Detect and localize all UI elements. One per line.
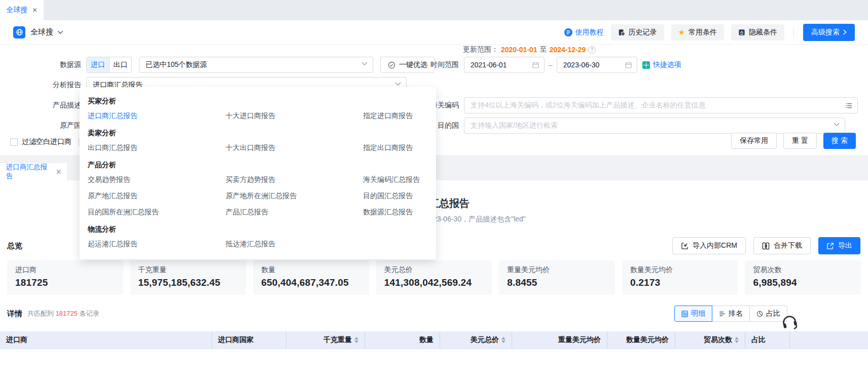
start-date-input[interactable]: 2021-06-01 bbox=[464, 57, 545, 73]
report-menu-item[interactable]: 抵达港汇总报告 bbox=[226, 240, 363, 249]
import-crm-button[interactable]: 导入内部CRM bbox=[672, 237, 746, 254]
table-column-header: 数量 bbox=[365, 331, 440, 349]
stat-card: 贸易次数6,985,894 bbox=[745, 260, 861, 295]
stat-card: 数量美元均价0.2173 bbox=[622, 260, 738, 295]
stat-label: 数量美元均价 bbox=[630, 265, 730, 275]
page-title: 全球搜 bbox=[30, 27, 53, 37]
overview-stat-cards: 进口商181725千克重量15,975,185,632.45数量650,404,… bbox=[7, 260, 861, 295]
tab-close-icon[interactable]: ✕ bbox=[32, 7, 37, 13]
overview-heading: 总览 bbox=[7, 241, 22, 251]
report-type-label: 分析报告 bbox=[45, 81, 81, 90]
pie-icon bbox=[756, 311, 763, 317]
export-toggle[interactable]: 出口 bbox=[109, 57, 131, 72]
advanced-search-button[interactable]: 高级搜索 bbox=[803, 24, 855, 41]
export-button[interactable]: 导出 bbox=[818, 237, 860, 254]
favorite-conditions-button[interactable]: ★ 常用条件 bbox=[671, 24, 724, 41]
results-table-header: 进口商进口商国家千克重量数量美元总价重量美元均价数量美元均价贸易次数占比 bbox=[0, 331, 868, 349]
help-icon[interactable]: ? bbox=[588, 46, 596, 54]
stat-label: 进口商 bbox=[15, 265, 115, 275]
report-menu-item[interactable]: 原产地所在洲汇总报告 bbox=[226, 192, 363, 201]
stat-label: 千克重量 bbox=[138, 265, 238, 275]
tutorial-link[interactable]: 使用教程 bbox=[564, 28, 604, 37]
report-menu-item[interactable]: 原产地汇总报告 bbox=[88, 192, 226, 201]
table-column-header: 占比 bbox=[745, 331, 790, 349]
result-tab-importer-summary[interactable]: 进口商汇总报告 bbox=[0, 163, 67, 180]
merge-download-button[interactable]: 合并下载 bbox=[753, 237, 811, 254]
table-column-header[interactable]: 美元总价 bbox=[440, 331, 512, 349]
sort-icon[interactable] bbox=[735, 337, 739, 343]
hide-conditions-button[interactable]: 隐藏条件 bbox=[731, 24, 784, 41]
tab-label: 全球搜 bbox=[6, 6, 27, 15]
stat-value: 181725 bbox=[15, 277, 115, 288]
sort-icon[interactable] bbox=[501, 337, 505, 343]
history-button[interactable]: 历史记录 bbox=[611, 24, 664, 41]
stat-card: 美元总价141,308,042,569.24 bbox=[376, 260, 492, 295]
view-ranking-button[interactable]: 排名 bbox=[712, 306, 750, 322]
star-icon: ★ bbox=[678, 28, 685, 36]
report-group-title: 产品分析 bbox=[80, 156, 436, 172]
report-menu-item[interactable]: 十大出口商报告 bbox=[226, 143, 363, 153]
quick-options-link[interactable]: 快捷选项 bbox=[642, 60, 681, 69]
report-menu-item[interactable]: 目的国所在洲汇总报告 bbox=[88, 208, 226, 217]
export-icon bbox=[826, 242, 834, 250]
stat-card: 重量美元均价8.8455 bbox=[499, 260, 615, 295]
details-heading: 详情 bbox=[7, 309, 22, 319]
report-menu-item[interactable]: 十大进口商报告 bbox=[226, 111, 363, 121]
report-menu-item[interactable]: 进口商汇总报告 bbox=[88, 111, 226, 121]
table-column-header: 重量美元均价 bbox=[512, 331, 607, 349]
report-group-title: 买家分析 bbox=[80, 92, 436, 108]
stat-card: 进口商181725 bbox=[7, 260, 123, 295]
table-column-header: 进口商 bbox=[0, 331, 212, 349]
report-type-dropdown: 买家分析进口商汇总报告十大进口商报告指定进口商报告卖家分析出口商汇总报告十大出口… bbox=[80, 87, 436, 259]
view-detail-button[interactable]: 明细 bbox=[674, 306, 712, 322]
hide-conditions-icon bbox=[738, 29, 745, 36]
stat-label: 贸易次数 bbox=[753, 265, 853, 275]
destination-input[interactable]: 支持输入国家/地区进行检索 bbox=[464, 118, 845, 134]
data-source-select[interactable]: 已选中105个数据源 bbox=[139, 57, 373, 73]
save-favorite-button[interactable]: 保存常用 bbox=[731, 133, 777, 149]
data-source-label: 数据源 bbox=[45, 60, 81, 69]
hs-code-input[interactable]: 支持4位以上海关编码，或2位海关编码加上产品描述、企业名称的任意信息 bbox=[464, 97, 858, 113]
sort-icon[interactable] bbox=[354, 337, 358, 343]
stat-value: 8.8455 bbox=[507, 277, 607, 288]
report-menu-item[interactable]: 产品汇总报告 bbox=[226, 208, 363, 217]
table-column-header[interactable]: 千克重量 bbox=[286, 331, 365, 349]
report-menu-item[interactable]: 目的国汇总报告 bbox=[363, 192, 428, 201]
close-icon[interactable] bbox=[56, 169, 61, 174]
end-date-input[interactable]: 2023-06-30 bbox=[557, 57, 637, 73]
browser-tab-bar: 全球搜 ✕ bbox=[0, 0, 868, 20]
search-button[interactable]: 搜 索 bbox=[823, 133, 856, 149]
filter-blank-importer-checkbox[interactable] bbox=[10, 138, 18, 146]
report-menu-item[interactable]: 海关编码汇总报告 bbox=[363, 175, 428, 184]
chevron-down-icon bbox=[395, 82, 401, 86]
chevron-down-icon bbox=[361, 62, 368, 66]
matched-records: 共匹配到 181725 条记录 bbox=[27, 309, 99, 318]
stat-value: 650,404,687,347.05 bbox=[261, 277, 361, 288]
matched-count: 181725 bbox=[56, 310, 78, 317]
update-end-date: 2024-12-29 bbox=[550, 46, 586, 54]
circle-check-icon bbox=[388, 61, 395, 69]
stat-value: 15,975,185,632.45 bbox=[138, 277, 238, 288]
divider bbox=[793, 27, 794, 38]
report-menu-item[interactable]: 数据源汇总报告 bbox=[363, 208, 428, 217]
report-menu-item[interactable]: 出口商汇总报告 bbox=[88, 143, 226, 153]
chevron-down-icon bbox=[834, 123, 840, 127]
report-menu-item[interactable]: 指定出口商报告 bbox=[363, 143, 428, 153]
report-group-title: 物流分析 bbox=[80, 220, 436, 236]
view-switch-group: 明细 排名 占比 bbox=[674, 306, 787, 322]
reset-button[interactable]: 重 置 bbox=[783, 133, 817, 149]
import-toggle[interactable]: 进口 bbox=[87, 57, 109, 72]
report-menu-item[interactable]: 起运港汇总报告 bbox=[88, 240, 226, 249]
quick-options-icon bbox=[642, 61, 650, 69]
trade-direction-toggle: 进口 出口 bbox=[86, 57, 132, 73]
stat-value: 141,308,042,569.24 bbox=[384, 277, 484, 288]
report-menu-item[interactable]: 指定进口商报告 bbox=[363, 111, 428, 121]
chevron-down-icon[interactable] bbox=[57, 30, 63, 34]
report-menu-item[interactable]: 交易趋势报告 bbox=[88, 175, 226, 184]
report-menu-item[interactable]: 买卖方趋势报告 bbox=[226, 175, 363, 184]
calendar-icon bbox=[532, 62, 539, 68]
list-icon[interactable] bbox=[845, 102, 852, 109]
stat-value: 6,985,894 bbox=[753, 277, 853, 288]
table-column-header[interactable]: 贸易次数 bbox=[675, 331, 745, 349]
tab-global-search[interactable]: 全球搜 ✕ bbox=[0, 0, 44, 20]
